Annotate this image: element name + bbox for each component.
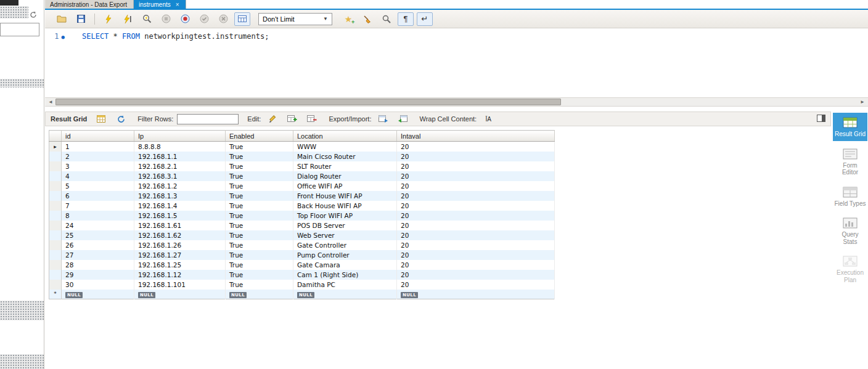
explain-button[interactable] [139, 12, 155, 26]
table-row[interactable]: 28192.168.1.25TrueGate Camara20 [49, 260, 555, 270]
grid-cell[interactable]: True [226, 142, 293, 152]
table-row[interactable]: ▸18.8.8.8TrueWWW20 [49, 142, 555, 152]
grid-cell[interactable]: 4 [62, 171, 134, 181]
result-grid-button[interactable] [93, 112, 109, 126]
find-button[interactable] [379, 12, 395, 26]
row-selector[interactable] [49, 280, 62, 290]
grid-cell[interactable]: 20 [397, 161, 555, 171]
column-header-enabled[interactable]: Enabled [226, 131, 293, 142]
sql-statement[interactable]: SELECT * FROM networkpingtest.instrument… [67, 28, 269, 97]
row-selector[interactable] [49, 221, 62, 230]
stop-on-error-toggle[interactable] [177, 12, 193, 26]
grid-cell[interactable]: True [226, 221, 293, 230]
refresh-icon[interactable] [30, 10, 37, 21]
save-button[interactable] [73, 12, 89, 26]
sidebar-item-result-grid[interactable]: Result Grid [833, 113, 867, 141]
row-selector[interactable] [49, 181, 62, 191]
grid-cell[interactable]: Gate Controller [293, 240, 397, 250]
autocommit-toggle[interactable] [234, 12, 250, 26]
grid-cell[interactable]: 192.168.3.1 [134, 171, 226, 181]
grid-cell[interactable]: 192.168.1.27 [134, 250, 226, 260]
table-row[interactable]: 8192.168.1.5TrueTop Floor WIFI AP20 [49, 211, 555, 221]
new-row[interactable]: *NULLNULLNULLNULLNULL [49, 290, 555, 299]
grid-cell[interactable]: 7 [62, 201, 134, 211]
table-row[interactable]: 6192.168.1.3TrueFront House WIFI AP20 [49, 191, 555, 201]
grid-cell[interactable]: 20 [397, 181, 555, 191]
grid-cell[interactable]: True [226, 240, 293, 250]
row-selector[interactable] [49, 161, 62, 171]
wrap-text-toggle[interactable]: ↵ [417, 12, 433, 26]
grid-cell[interactable]: Pump Controller [293, 250, 397, 260]
table-row[interactable]: 5192.168.1.2TrueOffice WIFI AP20 [49, 181, 555, 191]
filter-rows-input[interactable] [177, 114, 239, 124]
grid-cell[interactable]: 192.168.1.61 [134, 221, 226, 230]
grid-cell[interactable]: Front House WIFI AP [293, 191, 397, 201]
grid-cell[interactable]: 8 [62, 211, 134, 221]
sidebar-item-query-stats[interactable]: Query Stats [833, 213, 867, 248]
grid-cell[interactable]: True [226, 280, 293, 290]
row-selector[interactable] [49, 270, 62, 280]
new-row-marker[interactable]: * [49, 290, 62, 299]
grid-cell[interactable]: 192.168.1.12 [134, 270, 226, 280]
table-row[interactable]: 4192.168.3.1TrueDialog Router20 [49, 171, 555, 181]
grid-cell[interactable]: Web Server [293, 230, 397, 240]
delete-row-button[interactable] [304, 112, 320, 126]
grid-cell[interactable]: 8.8.8.8 [134, 142, 226, 152]
execute-button[interactable] [100, 12, 117, 26]
save-snippet-button[interactable]: ★+ [340, 12, 356, 26]
grid-cell[interactable]: POS DB Server [293, 221, 397, 230]
grid-cell-null[interactable]: NULL [134, 290, 226, 299]
row-selector[interactable] [49, 211, 62, 221]
scrollbar-thumb[interactable] [55, 99, 561, 105]
grid-cell[interactable]: 192.168.1.62 [134, 230, 226, 240]
grid-cell[interactable]: True [226, 171, 293, 181]
grid-cell[interactable]: 20 [397, 240, 555, 250]
grid-cell[interactable]: 192.168.1.1 [134, 152, 226, 161]
grid-cell[interactable]: True [226, 260, 293, 270]
grid-cell-null[interactable]: NULL [293, 290, 397, 299]
grid-cell[interactable]: 192.168.1.5 [134, 211, 226, 221]
grid-cell[interactable]: 192.168.2.1 [134, 161, 226, 171]
grid-cell[interactable]: True [226, 181, 293, 191]
grid-cell[interactable]: Cam 1 (Right Side) [293, 270, 397, 280]
grid-cell[interactable]: 2 [62, 152, 134, 161]
grid-cell[interactable]: 24 [62, 221, 134, 230]
column-header-ip[interactable]: Ip [134, 131, 226, 142]
sidebar-item-form-editor[interactable]: Form Editor [833, 144, 867, 179]
grid-cell[interactable]: 20 [397, 142, 555, 152]
tab-close-icon[interactable]: × [176, 2, 179, 8]
row-selector[interactable] [49, 250, 62, 260]
grid-cell[interactable]: 20 [397, 201, 555, 211]
tab-administration-data-export[interactable]: Administration - Data Export [45, 0, 134, 9]
grid-cell[interactable]: 192.168.1.26 [134, 240, 226, 250]
column-header-intaval[interactable]: Intaval [397, 131, 555, 142]
grid-cell[interactable]: 25 [62, 230, 134, 240]
grid-cell-null[interactable]: NULL [397, 290, 555, 299]
grid-cell[interactable]: 20 [397, 230, 555, 240]
grid-cell[interactable]: 5 [62, 181, 134, 191]
scroll-left-arrow[interactable]: ◄ [46, 98, 55, 106]
row-selector[interactable]: ▸ [49, 142, 62, 152]
table-row[interactable]: 29192.168.1.12TrueCam 1 (Right Side)20 [49, 270, 555, 280]
sidebar-item-execution-plan[interactable]: Execution Plan [833, 251, 867, 286]
grid-cell[interactable]: 20 [397, 260, 555, 270]
grid-cell[interactable]: WWW [293, 142, 397, 152]
grid-cell[interactable]: 3 [62, 161, 134, 171]
grid-cell[interactable]: 20 [397, 211, 555, 221]
row-limit-dropdown[interactable]: Don't Limit ▼ [258, 13, 332, 25]
grid-cell[interactable]: Gate Camara [293, 260, 397, 270]
sidebar-item-field-types[interactable]: Field Types [833, 182, 867, 211]
grid-cell[interactable]: True [226, 191, 293, 201]
grid-cell[interactable]: 192.168.1.2 [134, 181, 226, 191]
sql-editor[interactable]: 1● SELECT * FROM networkpingtest.instrum… [45, 28, 868, 97]
grid-cell[interactable]: Main Cicso Router [293, 152, 397, 161]
execute-current-statement-button[interactable] [120, 12, 136, 26]
insert-row-button[interactable] [284, 112, 300, 126]
open-file-button[interactable] [54, 12, 70, 26]
grid-cell[interactable]: Dialog Router [293, 171, 397, 181]
row-selector[interactable] [49, 171, 62, 181]
grid-cell[interactable]: 192.168.1.101 [134, 280, 226, 290]
grid-cell[interactable]: 20 [397, 171, 555, 181]
grid-cell[interactable]: 27 [62, 250, 134, 260]
grid-cell[interactable]: True [226, 250, 293, 260]
